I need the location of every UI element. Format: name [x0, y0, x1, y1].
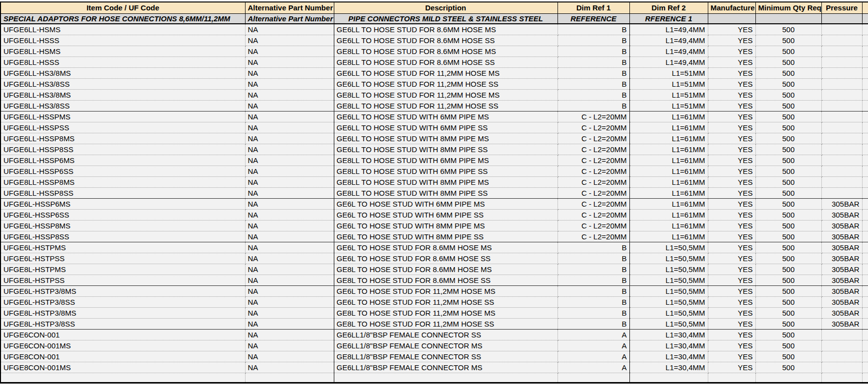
cell-dim_ref_1[interactable]: B [558, 296, 629, 307]
cell-manufacture[interactable]: YES [708, 231, 755, 242]
cell-manufacture[interactable]: YES [708, 122, 755, 133]
cell-alt_part[interactable]: NA [245, 78, 334, 89]
cell-min_qty_req[interactable]: 500 [755, 296, 821, 307]
cell-pressure[interactable] [821, 35, 862, 46]
cell-description[interactable]: GE6L TO HOSE STUD WITH 6MM PIPE MS [334, 198, 558, 209]
cell-dim_ref_1[interactable]: C - L2=20MM [558, 220, 629, 231]
cell-alt_part[interactable]: NA [245, 220, 334, 231]
col-header-item-code[interactable]: Item Code / UF Code [0, 2, 245, 13]
cell-alt_part[interactable]: NA [245, 111, 334, 122]
cell-min_qty_req[interactable]: 500 [755, 67, 821, 78]
col-header-description[interactable]: Description [334, 2, 558, 13]
cell-dim_ref_2[interactable]: L1=51MM [629, 89, 708, 100]
cell-item_code[interactable]: UFGE8L-HSTP3/8MS [0, 307, 245, 318]
cell-manufacture[interactable]: YES [708, 340, 755, 351]
cell-description[interactable]: GE6LL TO HOSE STUD WITH 6MM PIPE MS [334, 111, 558, 122]
cell-item_code[interactable]: UFGE8LL-HS3/8SS [0, 100, 245, 111]
cell-description[interactable]: GE6L TO HOSE STUD FOR 8.6MM HOSE MS [334, 242, 558, 253]
cell-dim_ref_1[interactable]: C - L2=20MM [558, 133, 629, 144]
cell-pressure[interactable] [821, 133, 862, 144]
cell-empty[interactable] [708, 373, 755, 383]
cell-manufacture[interactable]: YES [708, 296, 755, 307]
cell-item_code[interactable]: UFGE8LL-HSSP6SS [0, 166, 245, 176]
cell-dim_ref_2[interactable]: L1=50,5MM [629, 307, 708, 318]
cell-dim_ref_2[interactable]: L1=51MM [629, 67, 708, 78]
cell-manufacture[interactable]: YES [708, 264, 755, 275]
cell-dim_ref_1[interactable]: B [558, 242, 629, 253]
cell-manufacture[interactable]: YES [708, 155, 755, 166]
cell-description[interactable]: GE6LL TO HOSE STUD WITH 8MM PIPE MS [334, 133, 558, 144]
cell-dim_ref_1[interactable]: C - L2=20MM [558, 111, 629, 122]
subheader-dim-ref-2[interactable]: RFERENCE 1 [629, 13, 708, 24]
cell-min_qty_req[interactable]: 500 [755, 351, 821, 362]
cell-dim_ref_1[interactable]: A [558, 340, 629, 351]
cell-dim_ref_2[interactable]: L1=50,5MM [629, 285, 708, 296]
cell-pressure[interactable] [821, 46, 862, 56]
cell-dim_ref_1[interactable]: B [558, 285, 629, 296]
cell-dim_ref_1[interactable]: B [558, 264, 629, 275]
cell-dim_ref_2[interactable]: L1=50,5MM [629, 253, 708, 264]
cell-alt_part[interactable]: NA [245, 351, 334, 362]
cell-dim_ref_1[interactable]: C - L2=20MM [558, 155, 629, 166]
cell-description[interactable]: GE8L TO HOSE STUD FOR 11,2MM HOSE MS [334, 307, 558, 318]
cell-pressure[interactable] [821, 176, 862, 187]
cell-manufacture[interactable]: YES [708, 35, 755, 46]
subheader-description[interactable]: PIPE CONNECTORS MILD STEEL & STAINLESS S… [334, 13, 558, 24]
cell-min_qty_req[interactable]: 500 [755, 78, 821, 89]
cell-manufacture[interactable]: YES [708, 329, 755, 340]
cell-alt_part[interactable]: NA [245, 67, 334, 78]
cell-item_code[interactable]: UFGE6CON-001 [0, 329, 245, 340]
cell-min_qty_req[interactable]: 500 [755, 166, 821, 176]
cell-dim_ref_2[interactable]: L1=61MM [629, 220, 708, 231]
col-header-min-qty-req[interactable]: Minimum Qty Req [755, 2, 821, 13]
cell-dim_ref_1[interactable]: A [558, 362, 629, 373]
cell-alt_part[interactable]: NA [245, 56, 334, 67]
cell-empty[interactable] [0, 373, 245, 383]
cell-pressure[interactable]: 305BAR [821, 253, 862, 264]
cell-dim_ref_2[interactable]: L1=51MM [629, 100, 708, 111]
cell-item_code[interactable]: UFGE8LL-HSSS [0, 56, 245, 67]
cell-pressure[interactable]: 305BAR [821, 285, 862, 296]
cell-item_code[interactable]: UFGE6L-HSSP8MS [0, 220, 245, 231]
cell-min_qty_req[interactable]: 500 [755, 187, 821, 198]
cell-manufacture[interactable]: YES [708, 111, 755, 122]
cell-pressure[interactable] [821, 111, 862, 122]
col-header-dim-ref-1[interactable]: Dim Ref 1 [558, 2, 629, 13]
cell-item_code[interactable]: UFGE6L-HSSP6SS [0, 209, 245, 220]
cell-dim_ref_2[interactable]: L1=50,5MM [629, 275, 708, 285]
subheader-alt-part[interactable]: Alternative Part Number [245, 13, 334, 24]
cell-item_code[interactable]: UFGE6L-HSTP3/8SS [0, 296, 245, 307]
cell-alt_part[interactable]: NA [245, 144, 334, 155]
cell-item_code[interactable]: UFGE8LL-HSSP6MS [0, 155, 245, 166]
cell-dim_ref_2[interactable]: L1=61MM [629, 122, 708, 133]
cell-dim_ref_2[interactable]: L1=30,4MM [629, 329, 708, 340]
cell-dim_ref_2[interactable]: L1=61MM [629, 155, 708, 166]
cell-pressure[interactable] [821, 100, 862, 111]
cell-manufacture[interactable]: YES [708, 275, 755, 285]
cell-alt_part[interactable]: NA [245, 155, 334, 166]
cell-dim_ref_1[interactable]: B [558, 307, 629, 318]
cell-dim_ref_1[interactable]: C - L2=20MM [558, 231, 629, 242]
cell-item_code[interactable]: UFGE8L-HSTPMS [0, 264, 245, 275]
cell-min_qty_req[interactable]: 500 [755, 318, 821, 329]
cell-description[interactable]: GE6L TO HOSE STUD WITH 8MM PIPE MS [334, 220, 558, 231]
cell-description[interactable]: GE6LL TO HOSE STUD FOR 11,2MM HOSE SS [334, 78, 558, 89]
cell-alt_part[interactable]: NA [245, 231, 334, 242]
cell-dim_ref_1[interactable]: B [558, 318, 629, 329]
cell-empty[interactable] [558, 373, 629, 383]
cell-description[interactable]: GE8L TO HOSE STUD FOR 8.6MM HOSE SS [334, 275, 558, 285]
cell-alt_part[interactable]: NA [245, 307, 334, 318]
cell-min_qty_req[interactable]: 500 [755, 285, 821, 296]
cell-alt_part[interactable]: NA [245, 242, 334, 253]
cell-description[interactable]: GE6LL1/8"BSP FEMALE CONNECTOR MS [334, 362, 558, 373]
cell-manufacture[interactable]: YES [708, 166, 755, 176]
cell-manufacture[interactable]: YES [708, 67, 755, 78]
cell-min_qty_req[interactable]: 500 [755, 100, 821, 111]
cell-alt_part[interactable]: NA [245, 35, 334, 46]
cell-alt_part[interactable]: NA [245, 275, 334, 285]
cell-manufacture[interactable]: YES [708, 209, 755, 220]
cell-manufacture[interactable]: YES [708, 187, 755, 198]
cell-dim_ref_2[interactable]: L1=30,4MM [629, 340, 708, 351]
cell-pressure[interactable] [821, 351, 862, 362]
cell-item_code[interactable]: UFGE6L-HSTPMS [0, 242, 245, 253]
